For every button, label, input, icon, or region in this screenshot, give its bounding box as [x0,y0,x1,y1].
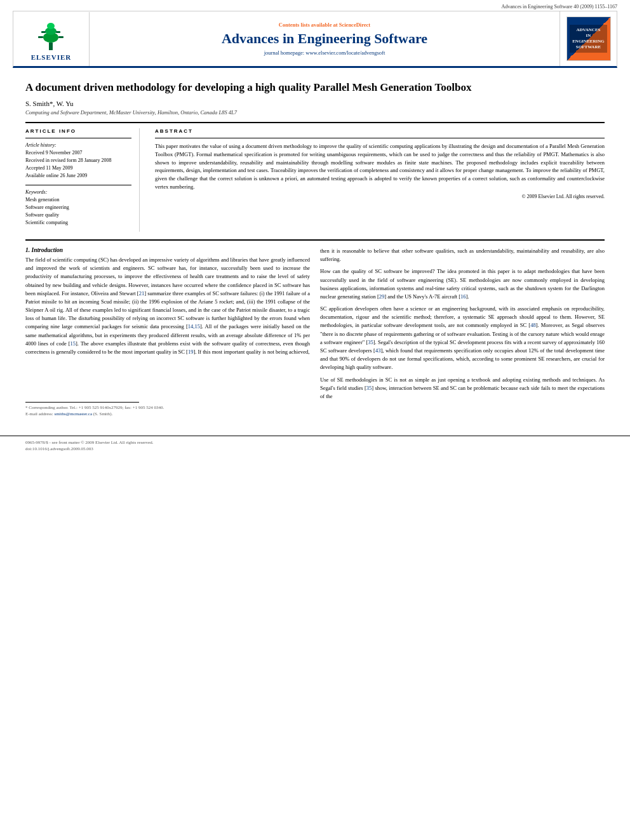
article-title: A document driven methodology for develo… [25,81,605,95]
abstract-column: ABSTRACT This paper motivates the value … [152,128,605,232]
ref-43: 43 [375,347,381,354]
ref-35a: 35 [368,339,373,345]
ref-15: 15 [70,340,76,347]
intro-paragraph-1: The field of scientific computing (SC) h… [25,256,310,356]
intro-paragraph-right-1: then it is reasonable to believe that ot… [320,247,605,263]
article-history-block: Article history: Received 9 November 200… [25,142,131,180]
ref-21: 21 [139,290,145,297]
ref-29: 29 [379,293,385,300]
ref-48: 48 [530,322,536,328]
ref-16: 16 [460,293,466,300]
eng-sw-logo-text: ADVANCESINENGINEERINGSOFTWARE [570,25,607,53]
journal-homepage: journal homepage: www.elsevier.com/locat… [96,50,553,56]
engineering-software-logo: ADVANCESINENGINEERINGSOFTWARE [566,17,611,61]
journal-banner-center: Contents lists available at ScienceDirec… [90,17,560,61]
intro-paragraph-right-3: SC application developers often have a s… [320,305,605,371]
journal-top-bar: Advances in Engineering Software 40 (200… [13,4,617,11]
footnote-divider [25,402,139,403]
elsevier-wordmark: ELSEVIER [31,53,72,61]
svg-rect-6 [41,31,46,33]
svg-rect-0 [49,43,53,50]
body-right-column: then it is reasonable to believe that ot… [320,247,605,418]
elsevier-logo-area: ELSEVIER [13,12,90,66]
footer-issn: 0965-9978/$ - see front matter © 2009 El… [25,440,605,445]
journal-logo-right: ADVANCESINENGINEERINGSOFTWARE [560,11,617,66]
journal-header: Advances in Engineering Software 40 (200… [0,0,630,68]
svg-point-3 [47,23,55,29]
article-info-label: ARTICLE INFO [25,128,131,134]
email-link: smiths@mcmaster.ca [55,411,93,417]
abstract-text: This paper motivates the value of using … [155,142,605,191]
svg-rect-7 [56,31,60,33]
available-date: Available online 26 June 2009 [25,172,131,180]
keywords-block: Keywords: Mesh generation Software engin… [25,189,131,227]
body-divider [25,239,605,241]
journal-title-banner: Advances in Engineering Software [96,30,553,47]
keyword-3: Software quality [25,211,131,219]
info-abstract-section: ARTICLE INFO Article history: Received 9… [25,128,605,232]
elsevier-tree-icon [32,17,70,52]
email-note: E-mail address: smiths@mcmaster.ca (S. S… [25,411,310,417]
abstract-divider [155,138,605,138]
revised-date: Received in revised form 28 January 2008 [25,157,131,164]
ref-35b: 35 [366,385,372,391]
accepted-date: Accepted 11 May 2009 [25,164,131,172]
svg-rect-4 [38,36,43,38]
journal-banner: ELSEVIER Contents lists available at Sci… [13,11,617,68]
affiliation: Computing and Software Department, McMas… [25,109,605,116]
keywords-divider [25,185,131,185]
history-label: Article history: [25,142,131,148]
homepage-url: www.elsevier.com/locate/advengsoft [305,50,385,56]
elsevier-logo: ELSEVIER [31,17,72,61]
sciencedirect-brand: ScienceDirect [339,22,370,28]
corresponding-author-note: * Corresponding author. Tel.: +1 905 525… [25,405,310,410]
page-footer: 0965-9978/$ - see front matter © 2009 El… [0,436,630,457]
body-left-column: 1. Introduction The field of scientific … [25,247,310,418]
keyword-2: Software engineering [25,204,131,211]
keyword-4: Scientific computing [25,219,131,227]
sciencedirect-link: Contents lists available at ScienceDirec… [96,22,553,28]
keyword-1: Mesh generation [25,196,131,204]
main-content: A document driven methodology for develo… [0,68,630,430]
body-columns: 1. Introduction The field of scientific … [25,247,605,418]
ref-14-15: 14,15 [188,323,200,330]
section1-heading: 1. Introduction [25,247,310,253]
abstract-label: ABSTRACT [155,128,605,134]
copyright-text: © 2009 Elsevier Ltd. All rights reserved… [155,194,605,199]
svg-rect-5 [58,36,64,38]
intro-paragraph-right-2: How can the quality of SC software be im… [320,267,605,301]
divider-top [25,122,605,123]
intro-paragraph-right-4: Use of SE methodologies in SC is not as … [320,376,605,401]
article-info-column: ARTICLE INFO Article history: Received 9… [25,128,140,232]
authors: S. Smith*, W. Yu [25,100,605,107]
keywords-label: Keywords: [25,189,131,195]
ref-19: 19 [188,349,194,355]
journal-volume-info: Advances in Engineering Software 40 (200… [502,4,617,10]
received-date: Received 9 November 2007 [25,149,131,157]
footnote-area: * Corresponding author. Tel.: +1 905 525… [25,360,310,417]
footer-doi: doi:10.1016/j.advengsoft.2009.05.003 [25,446,605,451]
info-divider [25,138,131,138]
